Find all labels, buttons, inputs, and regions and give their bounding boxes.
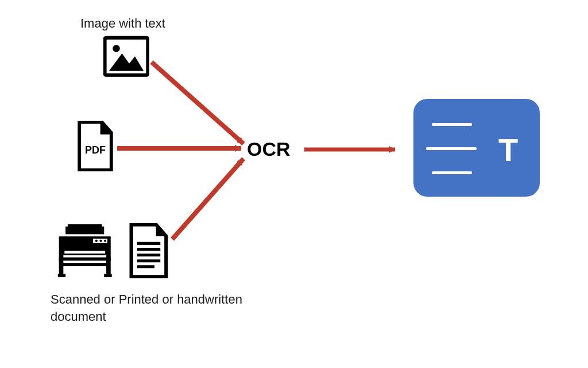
svg-line-24	[172, 159, 243, 239]
output-line-2-icon	[426, 147, 477, 150]
output-line-3-icon	[432, 171, 472, 174]
output-T-glyph: T	[498, 131, 518, 168]
output-text-block: T	[413, 99, 540, 197]
svg-line-22	[152, 62, 243, 144]
diagram-canvas: Image with text PDF	[0, 0, 588, 368]
output-line-1-icon	[432, 123, 472, 126]
